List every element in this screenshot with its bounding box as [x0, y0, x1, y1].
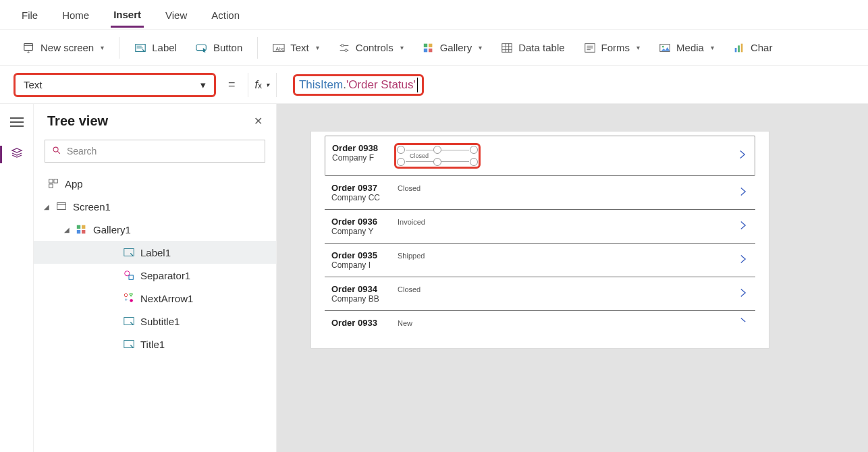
svg-rect-13	[423, 43, 427, 47]
tree-node-screen[interactable]: ◢ Screen1	[34, 195, 276, 218]
formula-bar[interactable]: ThisItem.'Order Status'	[286, 72, 855, 98]
next-arrow-icon[interactable]	[738, 254, 749, 267]
menu-insert[interactable]: Insert	[111, 2, 144, 28]
tree-node-label1[interactable]: Label1	[34, 241, 276, 264]
gallery-item[interactable]: Order 0935 Company I Shipped	[325, 244, 755, 277]
svg-rect-34	[54, 179, 57, 183]
gallery-control[interactable]: Order 0938 Company F Closed	[310, 131, 769, 349]
hamburger-icon	[10, 117, 24, 127]
gallery-item-status: Shipped	[398, 250, 425, 260]
gallery-icon	[423, 42, 435, 54]
gallery-item[interactable]: Order 0936 Company Y Invoiced	[325, 210, 755, 244]
chevron-down-icon	[711, 44, 714, 51]
tree-search-input[interactable]: Search	[45, 140, 265, 163]
fx-button[interactable]: fx	[248, 73, 277, 97]
insert-media-button[interactable]: Media	[649, 38, 724, 58]
svg-text:Abc: Abc	[276, 45, 285, 51]
gallery-item-subtitle: Company I	[331, 260, 392, 270]
label-icon	[123, 246, 135, 258]
menu-home[interactable]: Home	[59, 3, 92, 26]
next-arrow-icon[interactable]	[737, 149, 748, 163]
gallery-item[interactable]: Order 0934 Company BB Closed	[325, 277, 755, 311]
gallery-item-status: Closed	[410, 152, 429, 159]
next-arrow-icon[interactable]	[738, 220, 749, 233]
menu-bar: File Home Insert View Action	[0, 0, 868, 30]
insert-text-button[interactable]: Abc Text	[263, 38, 329, 58]
gallery-item-subtitle: Company CC	[331, 193, 392, 202]
svg-text:+: +	[27, 49, 30, 54]
close-icon: ✕	[254, 115, 263, 127]
gallery-item-title: Order 0938	[332, 143, 393, 153]
controls-icon	[338, 42, 350, 54]
gallery-item[interactable]: Order 0937 Company CC Closed	[325, 176, 755, 210]
insert-forms-button[interactable]: Forms	[574, 38, 650, 58]
new-screen-button[interactable]: + New screen	[13, 38, 113, 58]
gallery-item-status: Invoiced	[398, 217, 425, 226]
svg-rect-40	[77, 230, 80, 233]
gallery-icon	[76, 223, 88, 235]
svg-rect-35	[49, 184, 53, 188]
tree-node-subtitle1[interactable]: Subtitle1	[34, 310, 276, 333]
gallery-item[interactable]: Order 0933 New	[325, 311, 755, 335]
chart-icon	[733, 42, 745, 54]
svg-point-12	[345, 49, 348, 51]
insert-datatable-button[interactable]: Data table	[491, 38, 574, 58]
gallery-item-subtitle: Company Y	[331, 227, 392, 236]
svg-rect-30	[741, 43, 743, 52]
tree-node-label: Gallery1	[93, 224, 131, 235]
menu-view[interactable]: View	[163, 3, 190, 26]
menu-file[interactable]: File	[19, 3, 40, 26]
tree-node-title1[interactable]: Title1	[34, 333, 276, 356]
chevron-down-icon	[479, 44, 482, 51]
next-arrow-icon[interactable]	[738, 316, 749, 330]
tree-view-title: Tree view	[47, 113, 108, 129]
label-icon	[134, 42, 146, 54]
menu-action[interactable]: Action	[209, 3, 242, 26]
tree-list: App ◢ Screen1 ◢ Gallery1 Lab	[34, 172, 276, 356]
tree-view-rail-button[interactable]	[0, 144, 34, 165]
insert-forms-label: Forms	[601, 42, 630, 53]
tree-node-separator1[interactable]: Separator1	[34, 264, 276, 287]
tree-node-label: App	[65, 178, 83, 190]
design-canvas[interactable]: Order 0938 Company F Closed	[277, 104, 868, 452]
text-icon: Abc	[273, 42, 285, 54]
svg-point-10	[341, 44, 344, 47]
gallery-item-title: Order 0934	[331, 284, 392, 294]
media-icon	[659, 42, 671, 54]
left-rail	[0, 104, 34, 452]
app-body: Tree view ✕ Search App ◢	[0, 104, 868, 452]
insert-gallery-button[interactable]: Gallery	[413, 38, 492, 58]
gallery-item-subtitle: Company BB	[331, 294, 392, 304]
insert-label-button[interactable]: Label	[125, 38, 186, 58]
collapse-icon[interactable]: ◢	[63, 226, 70, 233]
next-arrow-icon[interactable]	[738, 287, 749, 301]
property-selector[interactable]: Text	[13, 73, 216, 97]
selected-label-handles[interactable]: Closed	[394, 143, 481, 169]
tree-node-app[interactable]: App	[34, 172, 276, 195]
chevron-down-icon	[400, 44, 404, 51]
insert-controls-button[interactable]: Controls	[329, 38, 413, 58]
label-icon	[123, 338, 135, 350]
close-pane-button[interactable]: ✕	[254, 115, 263, 128]
gallery-item-title: Order 0933	[331, 318, 392, 328]
insert-button-button[interactable]: Button	[186, 38, 252, 58]
svg-rect-36	[57, 203, 66, 210]
insert-chart-button[interactable]: Char	[724, 38, 782, 58]
svg-text:+: +	[125, 297, 128, 303]
tree-node-label: Separator1	[140, 270, 190, 281]
hamburger-button[interactable]	[0, 112, 34, 132]
tree-node-gallery[interactable]: ◢ Gallery1	[34, 218, 276, 241]
collapse-icon[interactable]: ◢	[43, 203, 50, 210]
next-arrow-icon[interactable]	[738, 186, 749, 200]
svg-rect-33	[49, 179, 53, 183]
tree-node-nextarrow1[interactable]: + NextArrow1	[34, 287, 276, 310]
insert-ribbon: + New screen Label Button Abc Text Contr…	[0, 30, 868, 66]
button-icon	[196, 42, 208, 54]
svg-rect-15	[423, 48, 427, 51]
formula-bar-row: Text = fx ThisItem.'Order Status'	[0, 66, 868, 104]
tree-node-label: Title1	[140, 339, 165, 350]
tree-view-pane: Tree view ✕ Search App ◢	[34, 104, 277, 452]
formula-highlight: ThisItem.'Order Status'	[293, 74, 424, 96]
icons-icon: +	[123, 292, 135, 304]
gallery-item[interactable]: Order 0938 Company F Closed	[325, 136, 755, 176]
